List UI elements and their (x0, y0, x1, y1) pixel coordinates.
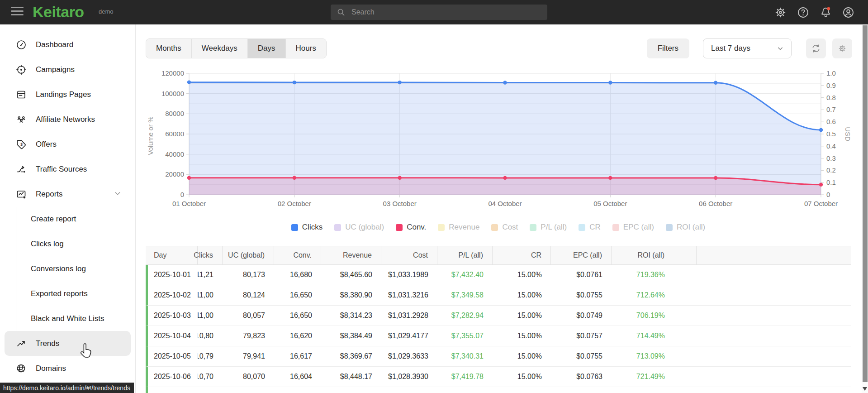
notifications-bell-icon[interactable] (820, 6, 832, 19)
cell-conv: 16,680 (274, 265, 321, 285)
svg-text:06 October: 06 October (699, 200, 732, 207)
notification-dot (827, 7, 830, 10)
legend-item-roi-all[interactable]: ROI (all) (666, 223, 705, 232)
cell-uc-global: 79,941 (223, 346, 274, 366)
sidebar-item-trends[interactable]: Trends (5, 331, 131, 356)
sidebar-item-traffic-sources[interactable]: Traffic Sources (5, 157, 131, 182)
svg-text:01 October: 01 October (172, 200, 206, 207)
column-header-revenue[interactable]: Revenue (321, 246, 381, 264)
sidebar-item-domains[interactable]: Domains (5, 356, 131, 381)
svg-text:0.3: 0.3 (826, 154, 836, 162)
column-header-conv[interactable]: Conv. (274, 246, 321, 264)
tab-days[interactable]: Days (248, 39, 286, 58)
cell-epc-all: $0.0755 (551, 285, 612, 305)
settings-gear-icon[interactable] (774, 6, 787, 19)
hamburger-menu-icon[interactable] (11, 7, 24, 18)
cell-filler (697, 265, 851, 285)
trends-table: DayClicksUC (global)Conv.RevenueCostP/L … (146, 246, 851, 393)
global-search[interactable] (331, 5, 547, 20)
refresh-icon (811, 43, 821, 54)
column-header-cr[interactable]: CR (493, 246, 551, 264)
cell-epc-all: $0.0749 (551, 306, 612, 326)
trends-icon (16, 338, 27, 349)
cell-epc-all: $0.0761 (551, 265, 612, 285)
column-header-clicks[interactable]: Clicks (198, 246, 223, 264)
cell-revenue: $8,465.60 (321, 265, 381, 285)
legend-item-p-l-all[interactable]: P/L (all) (530, 223, 567, 232)
column-header-epc-all[interactable]: EPC (all) (551, 246, 612, 264)
legend-swatch (491, 224, 498, 231)
date-range-select[interactable]: Last 7 days (703, 38, 792, 58)
scrollbar-down-arrow[interactable] (863, 387, 867, 391)
sidebar-item-label: Landings Pages (36, 90, 91, 99)
legend-item-clicks[interactable]: Clicks (291, 223, 323, 232)
sidebar-subitem-exported-reports[interactable]: Exported reports (16, 281, 135, 306)
sidebar-item-campaigns[interactable]: Campaigns (5, 57, 131, 82)
cell-filler (697, 367, 851, 387)
tab-hours[interactable]: Hours (286, 39, 326, 58)
sidebar-item-offers[interactable]: $Offers (5, 132, 131, 157)
svg-text:07 October: 07 October (804, 200, 838, 207)
tab-weekdays[interactable]: Weekdays (192, 39, 248, 58)
sidebar-item-reports[interactable]: Reports (5, 182, 131, 206)
sidebar-subitem-black-and-white-lists[interactable]: Black and White Lists (16, 306, 135, 331)
column-header-uc-global[interactable]: UC (global) (223, 246, 274, 264)
account-icon[interactable] (842, 6, 854, 19)
filters-button[interactable]: Filters (647, 38, 689, 58)
cell-cr: 15.00% (493, 367, 551, 387)
table-row: 2025-10-06110,7080,07016,604$8,448.17$1,… (146, 367, 851, 387)
svg-text:40000: 40000 (165, 150, 184, 158)
search-input[interactable] (351, 8, 542, 16)
column-header-day[interactable]: Day (146, 246, 198, 264)
cell-clicks: 110,79 (198, 346, 223, 366)
table-header-row: DayClicksUC (global)Conv.RevenueCostP/L … (146, 246, 851, 265)
search-icon (336, 7, 346, 17)
legend-item-cr[interactable]: CR (579, 223, 601, 232)
cell-revenue: $8,380.90 (321, 285, 381, 305)
sidebar-subgroup-reports: Create reportClicks logConversions logEx… (16, 206, 135, 331)
top-bar: Keitaro demo (0, 0, 868, 24)
sidebar-subitem-create-report[interactable]: Create report (16, 206, 135, 231)
svg-text:0: 0 (180, 191, 184, 198)
cell-epc-all: $0.0763 (551, 367, 612, 387)
link-url-statusbar: https://demo.keitaro.io/admin/#!/trends/… (0, 383, 134, 393)
tab-months[interactable]: Months (146, 39, 192, 58)
legend-item-uc-global[interactable]: UC (global) (334, 223, 384, 232)
svg-text:1.0: 1.0 (826, 69, 836, 77)
column-header-filler (697, 246, 851, 264)
refresh-button[interactable] (806, 38, 826, 58)
sidebar-subitem-clicks-log[interactable]: Clicks log (16, 231, 135, 256)
column-header-p-l-all[interactable]: P/L (all) (437, 246, 493, 264)
legend-item-epc-all[interactable]: EPC (all) (612, 223, 654, 232)
svg-text:USD: USD (844, 127, 851, 141)
column-header-cost[interactable]: Cost (381, 246, 437, 264)
cell-p-l-all: $1,019.32 (437, 387, 493, 393)
legend-item-conv[interactable]: Conv. (396, 223, 426, 232)
sidebar-item-label: Reports (36, 190, 63, 199)
campaigns-icon (16, 64, 27, 75)
svg-text:$: $ (20, 142, 23, 146)
sidebar-item-affiliate-networks[interactable]: Affiliate Networks (5, 107, 131, 132)
cell-uc-global: 79,823 (223, 326, 274, 346)
table-row: 2025-10-02111,0080,12416,650$8,380.90$1,… (146, 285, 851, 306)
chart-settings-button[interactable] (832, 38, 852, 58)
sidebar-subitem-conversions-log[interactable]: Conversions log (16, 256, 135, 281)
legend-item-revenue[interactable]: Revenue (438, 223, 479, 232)
legend-swatch (291, 224, 298, 231)
cell-conv: 16,604 (274, 367, 321, 387)
sidebar-item-dashboard[interactable]: Dashboard (5, 32, 131, 57)
sidebar-item-landings-pages[interactable]: Landings Pages (5, 82, 131, 107)
table-row: 2025-10-05110,7979,94116,617$8,369.67$1,… (146, 346, 851, 367)
help-icon[interactable] (797, 6, 809, 19)
svg-text:05 October: 05 October (593, 200, 627, 207)
cell-clicks: 111,00 (198, 285, 223, 305)
scrollbar-thumb[interactable] (863, 25, 868, 382)
cell-p-l-all: $7,282.94 (437, 306, 493, 326)
column-header-roi-all[interactable]: ROI (all) (612, 246, 697, 264)
cell-cost: $1,028.3930 (381, 367, 437, 387)
legend-item-cost[interactable]: Cost (491, 223, 518, 232)
legend-label: Revenue (449, 223, 479, 232)
cell-day: 2025-10-07 (148, 387, 198, 393)
svg-text:0.6: 0.6 (826, 118, 836, 125)
keitaro-logo[interactable]: Keitaro (33, 3, 84, 21)
